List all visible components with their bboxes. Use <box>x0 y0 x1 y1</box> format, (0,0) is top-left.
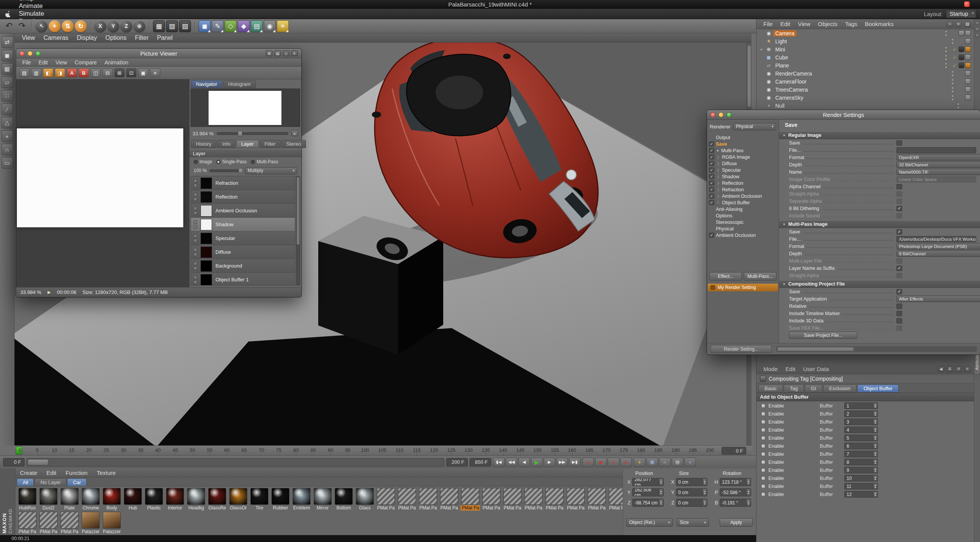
object-row-cube[interactable]: ◼Cube✓ <box>756 53 974 61</box>
viewport-menu-display[interactable]: Display <box>72 33 101 42</box>
render-tree-physical[interactable]: Physical <box>707 225 779 232</box>
material-pmat-pa[interactable]: PMat Pa <box>376 488 396 511</box>
gray-tag-icon[interactable] <box>965 79 971 84</box>
materials-menu-function[interactable]: Function <box>61 468 92 477</box>
render-tree-multi-pass[interactable]: ✓▾Multi-Pass <box>707 147 779 154</box>
buffer-id-field[interactable]: 10▴▾ <box>844 475 878 481</box>
stepper[interactable]: ▴▾ <box>873 411 877 416</box>
visibility-dot-icon[interactable] <box>945 50 947 53</box>
visibility-toggle-icon[interactable] <box>194 197 197 201</box>
buffer-id-field[interactable]: 1▴▾ <box>844 402 878 409</box>
buffer-id-field[interactable]: 4▴▾ <box>844 427 878 433</box>
visibility-dots[interactable] <box>951 38 954 44</box>
stepper[interactable]: ▴▾ <box>873 403 877 408</box>
picture-viewer-menu-compare[interactable]: Compare <box>71 59 101 66</box>
stepper-down-icon[interactable]: ▾ <box>875 430 876 432</box>
object-manager-menu-tags[interactable]: Tags <box>841 21 861 27</box>
undo-icon[interactable]: ↶ <box>3 20 15 32</box>
gray-tag-icon[interactable] <box>959 30 964 36</box>
visibility-toggle-icon[interactable] <box>194 234 197 238</box>
horizontal-scrollbar[interactable] <box>776 347 977 351</box>
object-name[interactable]: Plane <box>773 62 791 69</box>
render-tree-specular[interactable]: ✓├Specular <box>707 167 779 173</box>
item-checkbox[interactable]: ✓ <box>709 187 714 192</box>
pv-tab-navigator[interactable]: Navigator <box>191 80 222 88</box>
stepper[interactable]: ▴▾ <box>659 489 663 496</box>
zoom-window-icon[interactable] <box>36 51 41 56</box>
attributes-menu-user-data[interactable]: User Data <box>799 366 833 372</box>
move-tool-icon[interactable]: + <box>49 20 61 32</box>
dark-tag-icon[interactable] <box>959 62 964 68</box>
add-keyframe-icon[interactable]: + <box>634 458 645 467</box>
coords-field-size-z[interactable]: 0 cm▴▾ <box>676 499 707 507</box>
menu-simulate[interactable]: Simulate <box>14 10 52 18</box>
material-pmat-pa[interactable]: PMat Pa <box>397 488 417 511</box>
coords-size-dropdown[interactable]: Size▾ <box>677 518 709 527</box>
enable-checkbox[interactable] <box>761 412 766 416</box>
layer-visibility-toggles[interactable] <box>194 193 197 201</box>
enable-checkbox[interactable] <box>761 476 766 481</box>
button-save-project-file[interactable]: Save Project File... <box>789 332 857 339</box>
coords-field-position-z[interactable]: -98.754 cm▴▾ <box>632 499 664 507</box>
dropdown[interactable]: After Effects▾ <box>896 296 980 302</box>
stepper-down-icon[interactable]: ▾ <box>875 470 876 473</box>
materials-tab-car[interactable]: Car <box>67 478 87 486</box>
dropdown[interactable]: 32 Bit/Channel▾ <box>896 161 980 168</box>
rail-icon[interactable] <box>975 28 979 31</box>
zoom-slider[interactable] <box>217 132 288 135</box>
preset-checkbox[interactable] <box>710 285 715 290</box>
object-row-rendercamera[interactable]: ◉RenderCamera <box>756 69 974 77</box>
layers-icon[interactable]: ≡ <box>684 458 696 467</box>
render-tree-ambient-occlusion[interactable]: ✓Ambient Occlusion <box>707 232 779 238</box>
stepper[interactable]: ▴▾ <box>659 499 663 506</box>
navigator-preview[interactable] <box>191 89 300 127</box>
visibility-dots[interactable] <box>945 62 947 69</box>
stepper-down-icon[interactable]: ▾ <box>748 493 749 495</box>
enable-checkbox[interactable] <box>761 436 766 440</box>
visibility-dot-icon[interactable] <box>951 87 954 89</box>
visibility-toggle-icon[interactable] <box>194 207 197 210</box>
material-pmat-pa[interactable]: PMat Pa <box>439 488 459 511</box>
material-glassor[interactable]: GlassOr <box>229 488 248 511</box>
item-checkbox[interactable]: ✓ <box>709 233 714 238</box>
item-checkbox[interactable]: ✓ <box>709 154 714 159</box>
dark-tag-icon[interactable] <box>959 54 964 60</box>
edges-mode-icon[interactable]: ∕ <box>2 103 13 115</box>
buffer-id-field[interactable]: 12▴▾ <box>844 491 878 498</box>
fullscreen-icon[interactable]: ▣ <box>138 68 148 77</box>
make-editable-icon[interactable]: ⇄ <box>2 36 13 48</box>
material-bottom[interactable]: Bottom <box>334 488 354 511</box>
material-hub[interactable]: Hub <box>123 488 143 511</box>
ab-vertical-icon[interactable]: ⊟ <box>102 68 113 77</box>
record-position-icon[interactable]: ⊙ <box>608 458 619 467</box>
opacity-slider[interactable] <box>209 169 242 172</box>
visibility-dot-icon[interactable] <box>951 98 954 101</box>
render-tree-diffuse[interactable]: ✓├Diffuse <box>707 160 779 167</box>
magnet-icon[interactable]: ∩ <box>659 458 671 467</box>
fit-to-screen-icon[interactable]: ⊞ <box>114 68 125 77</box>
stepper-down-icon[interactable]: ▾ <box>875 438 876 440</box>
attributes-menu-edit[interactable]: Edit <box>782 366 799 372</box>
save-as-icon[interactable]: ▥ <box>31 68 41 77</box>
layer-list-scrollbar[interactable] <box>296 176 300 286</box>
model-mode-icon[interactable]: ◼ <box>2 50 13 61</box>
checkbox[interactable]: ✓ <box>896 206 902 211</box>
section-header-compositing-project-file[interactable]: ▾Compositing Project File <box>779 280 980 288</box>
stepper-down-icon[interactable]: ▾ <box>875 454 876 457</box>
stepper-down-icon[interactable]: ▾ <box>875 414 876 416</box>
layer-row-shadow[interactable]: Shadow <box>191 218 295 232</box>
object-manager-menu-bookmarks[interactable]: Bookmarks <box>861 21 898 27</box>
layout-dropdown[interactable]: Startup <box>946 10 976 18</box>
materials-tab-no-layer[interactable]: No Layer <box>35 478 66 486</box>
stepper-down-icon[interactable]: ▾ <box>875 422 876 424</box>
visibility-dot-icon[interactable] <box>945 66 947 69</box>
material-interior[interactable]: Interior <box>165 488 185 511</box>
visibility-toggle-icon[interactable] <box>194 253 197 256</box>
render-settings-icon[interactable]: ▧ <box>179 20 191 32</box>
materials-menu-create[interactable]: Create <box>15 468 42 477</box>
enable-checkbox[interactable] <box>761 428 766 432</box>
gray-tag-icon[interactable] <box>965 38 971 44</box>
dropdown[interactable]: OpenEXR▾ <box>896 154 980 161</box>
enable-checkbox[interactable] <box>761 404 766 408</box>
rail-icon[interactable] <box>975 21 979 25</box>
